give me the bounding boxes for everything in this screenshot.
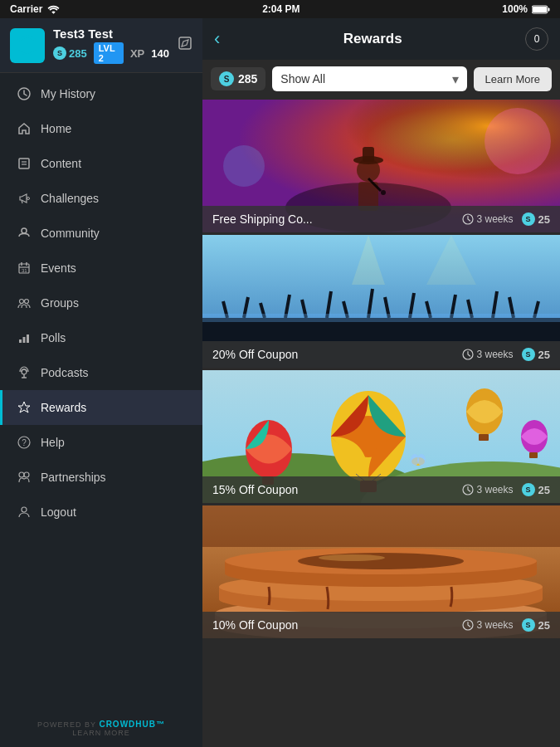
time-value: 3 weeks — [477, 349, 514, 360]
filter-bar: S 285 Show All Coupons Free Items Experi… — [202, 60, 560, 98]
filter-select-wrapper[interactable]: Show All Coupons Free Items Experiences — [272, 66, 466, 91]
sidebar-item-label: Challenges — [41, 192, 99, 205]
svg-rect-75 — [479, 434, 489, 441]
help-icon: ? — [16, 434, 32, 451]
svg-rect-39 — [363, 147, 374, 162]
sidebar-item-polls[interactable]: Polls — [0, 320, 202, 355]
svg-rect-2 — [533, 7, 547, 12]
reward-meta: 3 weeks S 25 — [462, 212, 551, 226]
svg-rect-1 — [548, 7, 549, 11]
sidebar-item-logout[interactable]: Logout — [0, 495, 202, 530]
reward-card[interactable]: 10% Off Coupon 3 weeks S 25 — [202, 505, 560, 638]
reward-card[interactable]: 15% Off Coupon 3 weeks S 25 — [202, 370, 560, 503]
clock-icon — [16, 85, 32, 102]
sidebar-item-my-history[interactable]: My History — [0, 76, 202, 111]
reward-card[interactable]: Free Shipping Co... 3 weeks S 25 — [202, 100, 560, 232]
reward-time: 3 weeks — [462, 619, 514, 631]
svg-point-41 — [223, 145, 265, 187]
svg-rect-63 — [202, 314, 560, 322]
reward-time: 3 weeks — [462, 484, 514, 496]
sidebar-item-content[interactable]: Content — [0, 146, 202, 181]
sidebar-item-label: My History — [41, 87, 95, 100]
svg-point-17 — [20, 300, 24, 304]
xp-label: XP — [130, 47, 144, 60]
svg-point-93 — [319, 554, 385, 561]
rewards-list: Free Shipping Co... 3 weeks S 25 — [202, 98, 560, 747]
svg-point-11 — [22, 228, 27, 233]
sidebar-item-label: Podcasts — [41, 366, 89, 379]
sidebar-item-partnerships[interactable]: Partnerships — [0, 460, 202, 495]
clock-icon — [462, 349, 474, 360]
notification-badge[interactable]: 0 — [525, 27, 548, 51]
svg-rect-77 — [529, 452, 538, 458]
svg-rect-20 — [23, 337, 26, 343]
svg-text:31: 31 — [22, 268, 27, 273]
powered-by-label: POWERED BY CROWDHUB™ — [13, 720, 189, 729]
sidebar-item-events[interactable]: 31 Events — [0, 251, 202, 286]
brand-label: CROWDHUB™ — [99, 720, 165, 729]
back-button[interactable]: ‹ — [214, 28, 220, 50]
megaphone-icon — [16, 190, 32, 207]
svg-rect-19 — [19, 339, 22, 343]
sidebar-item-home[interactable]: Home — [0, 111, 202, 146]
coin-balance-value: 285 — [238, 72, 257, 85]
level-badge: LVL 2 — [94, 42, 124, 64]
sidebar-item-label: Community — [41, 227, 100, 240]
svg-rect-7 — [19, 159, 29, 168]
svg-point-40 — [485, 108, 551, 174]
sidebar-item-label: Polls — [41, 331, 66, 344]
right-panel: ‹ Rewards 0 S 285 Show All Coupons Free … — [202, 18, 560, 747]
reward-cost: S 25 — [522, 348, 550, 361]
content-icon — [16, 155, 32, 172]
edit-profile-icon[interactable] — [178, 36, 192, 55]
sidebar-item-community[interactable]: Community — [0, 216, 202, 251]
coin-icon: S — [522, 212, 535, 226]
cost-value: 25 — [538, 213, 550, 226]
coin-icon: S — [522, 483, 535, 496]
reward-overlay: 10% Off Coupon 3 weeks S 25 — [202, 612, 560, 638]
clock-icon — [462, 484, 474, 496]
events-icon: 31 — [16, 260, 32, 276]
reward-overlay: 15% Off Coupon 3 weeks S 25 — [202, 476, 560, 503]
battery-label: 100% — [502, 3, 528, 15]
svg-marker-25 — [18, 402, 30, 413]
svg-point-92 — [298, 553, 464, 569]
clock-icon — [462, 213, 474, 225]
top-bar: ‹ Rewards 0 — [202, 18, 560, 60]
clock-icon — [462, 619, 474, 631]
xp-value: 140 — [151, 47, 169, 60]
battery-icon — [532, 5, 550, 14]
status-bar: Carrier 2:04 PM 100% — [0, 0, 560, 18]
filter-select[interactable]: Show All Coupons Free Items Experiences — [272, 66, 466, 91]
sidebar-item-rewards[interactable]: Rewards — [0, 390, 202, 425]
svg-point-18 — [25, 300, 29, 304]
status-bar-left: Carrier — [10, 3, 60, 15]
time-label: 2:04 PM — [262, 3, 299, 15]
cost-value: 25 — [538, 619, 550, 632]
sidebar-item-label: Groups — [41, 296, 79, 310]
learn-more-button[interactable]: Learn More — [474, 67, 552, 91]
sidebar: T Test3 Test S 285 LVL 2 XP 140 — [0, 18, 202, 747]
reward-title: 20% Off Coupon — [212, 348, 298, 361]
home-icon — [16, 120, 32, 137]
reward-cost: S 25 — [522, 483, 550, 496]
sidebar-item-groups[interactable]: Groups — [0, 286, 202, 320]
coin-icon: S — [53, 46, 66, 60]
svg-text:T: T — [25, 42, 30, 51]
sidebar-item-help[interactable]: ? Help — [0, 425, 202, 460]
svg-point-29 — [24, 472, 29, 477]
svg-point-30 — [22, 507, 27, 512]
coin-icon: S — [522, 348, 535, 361]
reward-card[interactable]: 20% Off Coupon 3 weeks S 25 — [202, 235, 560, 368]
community-icon — [16, 225, 32, 242]
svg-point-80 — [417, 454, 426, 466]
reward-time: 3 weeks — [462, 213, 514, 225]
reward-title: 10% Off Coupon — [212, 618, 298, 632]
svg-point-10 — [27, 198, 30, 200]
svg-rect-21 — [27, 334, 29, 343]
reward-meta: 3 weeks S 25 — [462, 618, 551, 632]
cost-value: 25 — [538, 484, 550, 496]
sidebar-item-podcasts[interactable]: Podcasts — [0, 355, 202, 390]
sidebar-item-challenges[interactable]: Challenges — [0, 181, 202, 216]
learn-more-footer[interactable]: LEARN MORE — [13, 729, 189, 737]
